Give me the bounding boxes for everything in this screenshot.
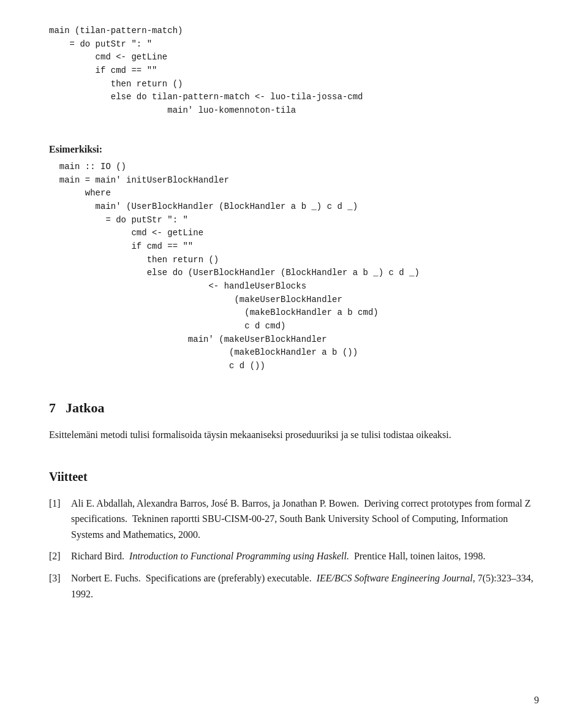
ref-3-content: Norbert E. Fuchs. Specifications are (pr… bbox=[71, 570, 539, 602]
page: main (tilan-pattern-match) = do putStr "… bbox=[0, 0, 588, 726]
ref-2-content: Richard Bird. Introduction to Functional… bbox=[71, 548, 539, 564]
page-number: 9 bbox=[534, 693, 539, 708]
references-list: [1] Ali E. Abdallah, Alexandra Barros, J… bbox=[49, 496, 539, 602]
reference-3: [3] Norbert E. Fuchs. Specifications are… bbox=[49, 570, 539, 602]
section-7-number: 7 bbox=[49, 398, 56, 418]
reference-1: [1] Ali E. Abdallah, Alexandra Barros, J… bbox=[49, 496, 539, 543]
section-7-title: Jatkoa bbox=[66, 398, 105, 418]
example-code-block: main :: IO () main = main' initUserBlock… bbox=[49, 161, 539, 373]
ref-3-number: [3] bbox=[49, 570, 66, 602]
reference-2: [2] Richard Bird. Introduction to Functi… bbox=[49, 548, 539, 564]
ref-1-content: Ali E. Abdallah, Alexandra Barros, José … bbox=[71, 496, 539, 543]
ref-2-italic: Introduction to Functional Programming u… bbox=[129, 551, 349, 561]
section-7-heading: 7 Jatkoa bbox=[49, 398, 539, 418]
ref-1-number: [1] bbox=[49, 496, 66, 543]
ref-3-italic: IEE/BCS Software Engineering Journal, bbox=[317, 573, 475, 583]
section-7-body: Esittelemäni metodi tulisi formalisoida … bbox=[49, 428, 539, 443]
references-heading: Viitteet bbox=[49, 467, 539, 486]
ref-2-number: [2] bbox=[49, 548, 66, 564]
example-label: Esimerkiksi: bbox=[49, 142, 539, 157]
top-code-block: main (tilan-pattern-match) = do putStr "… bbox=[49, 25, 539, 118]
